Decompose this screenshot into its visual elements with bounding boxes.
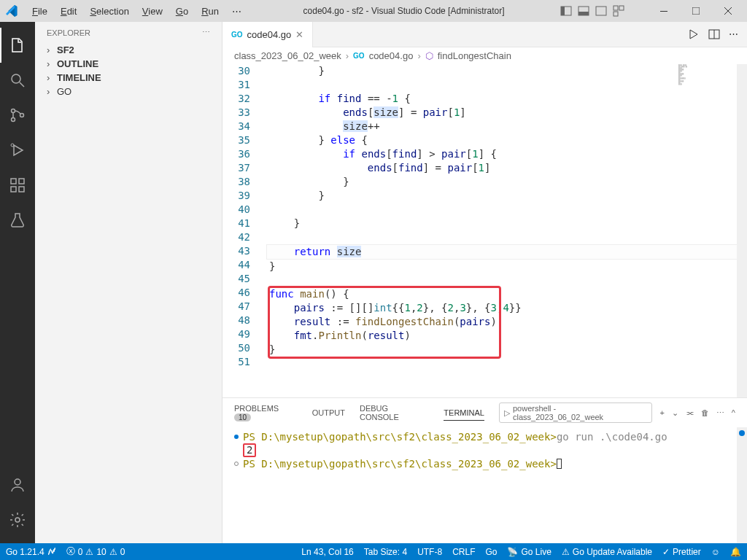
main-menu: File Edit Selection View Go Run ⋯ <box>26 3 247 20</box>
breadcrumb-file[interactable]: code04.go <box>369 50 414 61</box>
status-eol[interactable]: CRLF <box>452 547 475 557</box>
split-icon[interactable] <box>708 28 720 40</box>
sidebar-title: EXPLORER <box>47 28 90 37</box>
svg-rect-1 <box>561 7 565 15</box>
layout-primary-icon[interactable] <box>560 5 572 17</box>
breadcrumb-folder[interactable]: class_2023_06_02_week <box>234 50 341 61</box>
svg-rect-18 <box>11 179 16 184</box>
terminal-output-highlight: 2 <box>243 443 256 457</box>
panel-maximize-icon[interactable]: ^ <box>732 408 735 417</box>
svg-line-13 <box>20 82 24 87</box>
tab-close-icon[interactable]: ✕ <box>295 29 303 40</box>
code-editor[interactable]: 3031323334353637383940414243444546474849… <box>222 64 747 397</box>
menu-run[interactable]: Run <box>196 3 225 20</box>
activity-debug[interactable] <box>0 133 35 168</box>
go-file-icon: GO <box>231 31 243 39</box>
line-numbers: 3031323334353637383940414243444546474849… <box>222 64 266 397</box>
activity-search[interactable] <box>0 63 35 98</box>
panel-more-icon[interactable]: ⋯ <box>716 408 724 418</box>
tree-item-sf2[interactable]: ›SF2 <box>35 43 222 57</box>
status-problems[interactable]: ⓧ 0 ⚠ 10 ⚠ 0 <box>66 545 125 558</box>
minimap[interactable]: ████ ██████ ████ ███████████████████████… <box>678 64 737 195</box>
tree-item-timeline[interactable]: ›TIMELINE <box>35 71 222 85</box>
activity-account[interactable] <box>0 467 35 502</box>
terminal-content[interactable]: PS D:\mysetup\gopath\src\sf2\class_2023_… <box>222 427 747 543</box>
prompt-bullet-icon <box>234 435 239 439</box>
vscode-logo-icon <box>6 5 18 17</box>
activity-bar <box>0 22 35 543</box>
editor-area: GO code04.go ✕ ⋯ class_2023_06_02_week ›… <box>222 22 747 543</box>
status-go-version[interactable]: Go 1.21.4 🗲 <box>6 547 56 557</box>
menu-go[interactable]: Go <box>170 3 194 20</box>
tree-item-outline[interactable]: ›OUTLINE <box>35 57 222 71</box>
activity-settings[interactable] <box>0 502 35 537</box>
svg-point-14 <box>12 109 15 113</box>
status-position[interactable]: Ln 43, Col 16 <box>301 547 353 557</box>
menu-edit[interactable]: Edit <box>55 3 82 20</box>
status-tab-size[interactable]: Tab Size: 4 <box>364 547 407 557</box>
run-icon[interactable] <box>688 28 700 40</box>
status-go-update[interactable]: ⚠ Go Update Available <box>562 547 652 557</box>
tab-code04[interactable]: GO code04.go ✕ <box>222 22 313 47</box>
svg-rect-19 <box>11 187 16 192</box>
panel-tab-terminal[interactable]: TERMINAL <box>444 405 484 421</box>
status-language[interactable]: Go <box>485 547 497 557</box>
breadcrumbs[interactable]: class_2023_06_02_week › GO code04.go › ⬡… <box>222 47 747 64</box>
svg-point-23 <box>15 518 20 522</box>
activity-extensions[interactable] <box>0 168 35 203</box>
svg-point-15 <box>12 118 15 122</box>
activity-scm[interactable] <box>0 98 35 133</box>
terminal-scrollbar[interactable] <box>737 427 747 543</box>
explorer-sidebar: EXPLORER ⋯ ›SF2 ›OUTLINE ›TIMELINE ›GO <box>35 22 222 543</box>
svg-rect-5 <box>614 6 618 10</box>
svg-rect-9 <box>692 7 700 15</box>
panel-tab-output[interactable]: OUTPUT <box>312 405 345 420</box>
minimize-button[interactable] <box>651 1 677 21</box>
svg-rect-3 <box>578 12 589 15</box>
svg-point-22 <box>15 479 20 485</box>
window-controls <box>560 1 741 21</box>
terminal-cursor <box>557 459 562 469</box>
status-bell-icon[interactable]: 🔔 <box>730 547 741 557</box>
svg-rect-7 <box>614 12 618 16</box>
menu-file[interactable]: File <box>26 3 53 20</box>
status-prettier[interactable]: ✓ Prettier <box>662 547 701 557</box>
kill-terminal-icon[interactable]: 🗑 <box>701 408 709 417</box>
panel-tab-debug[interactable]: DEBUG CONSOLE <box>360 401 429 424</box>
terminal-selector[interactable]: ▷powershell - class_2023_06_02_week <box>499 402 652 423</box>
code-content[interactable]: } if find == -1 { ends[size] = pair[1] s… <box>266 64 747 397</box>
svg-rect-6 <box>619 6 624 10</box>
split-terminal-icon[interactable]: ⫘ <box>686 408 694 417</box>
sidebar-more-icon[interactable]: ⋯ <box>202 28 210 37</box>
tree-item-go[interactable]: ›GO <box>35 85 222 98</box>
panel-tab-problems[interactable]: PROBLEMS 10 <box>234 401 298 424</box>
close-button[interactable] <box>715 1 741 21</box>
status-feedback-icon[interactable]: ☺ <box>711 547 720 557</box>
status-encoding[interactable]: UTF-8 <box>417 547 442 557</box>
go-file-icon: GO <box>353 52 365 60</box>
menu-selection[interactable]: Selection <box>84 3 134 20</box>
editor-more-icon[interactable]: ⋯ <box>729 28 738 40</box>
new-terminal-icon[interactable]: + <box>659 408 664 417</box>
menu-view[interactable]: View <box>136 3 169 20</box>
activity-testing[interactable] <box>0 203 35 238</box>
svg-rect-8 <box>660 11 667 12</box>
activity-explorer[interactable] <box>0 28 35 63</box>
status-bar: Go 1.21.4 🗲 ⓧ 0 ⚠ 10 ⚠ 0 Ln 43, Col 16 T… <box>0 543 747 560</box>
breadcrumb-symbol[interactable]: findLongestChain <box>438 50 511 61</box>
bottom-panel: PROBLEMS 10 OUTPUT DEBUG CONSOLE TERMINA… <box>222 397 747 543</box>
tab-label: code04.go <box>247 29 292 40</box>
layout-custom-icon[interactable] <box>613 5 624 17</box>
symbol-icon: ⬡ <box>425 50 433 61</box>
layout-secondary-icon[interactable] <box>595 5 607 17</box>
layout-panel-icon[interactable] <box>578 5 589 17</box>
prompt-bullet-icon <box>234 462 239 466</box>
menu-more[interactable]: ⋯ <box>226 3 247 20</box>
vertical-scrollbar[interactable] <box>737 64 747 397</box>
terminal-chevron-down-icon[interactable]: ⌄ <box>672 408 678 418</box>
svg-rect-21 <box>19 179 24 184</box>
svg-rect-4 <box>596 7 606 15</box>
status-golive[interactable]: 📡 Go Live <box>507 547 551 557</box>
svg-rect-20 <box>19 187 24 192</box>
maximize-button[interactable] <box>683 1 709 21</box>
